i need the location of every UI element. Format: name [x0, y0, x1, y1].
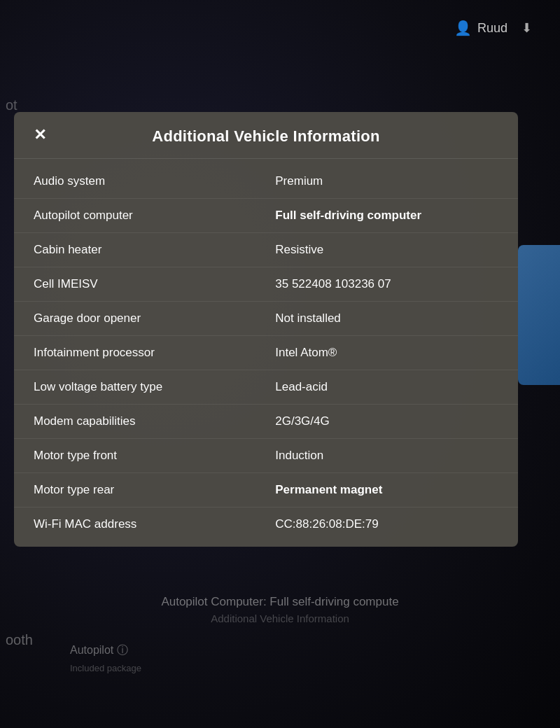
info-row: Low voltage battery typeLead-acid	[14, 370, 518, 405]
info-label: Motor type front	[34, 449, 275, 463]
info-value: Resistive	[275, 243, 498, 257]
info-value: Premium	[275, 174, 498, 188]
info-value: Induction	[275, 449, 498, 463]
info-value: 35 522408 103236 07	[275, 277, 498, 291]
user-info: 👤 Ruud ⬇	[454, 20, 532, 36]
user-icon: 👤	[454, 20, 472, 36]
username: Ruud	[477, 21, 507, 36]
info-row: Autopilot computerFull self-driving comp…	[14, 199, 518, 233]
info-value: Not installed	[275, 312, 498, 326]
modal-body: Audio systemPremiumAutopilot computerFul…	[14, 159, 518, 547]
info-row: Garage door openerNot installed	[14, 302, 518, 336]
info-row: Cabin heaterResistive	[14, 233, 518, 267]
info-row: Wi-Fi MAC addressCC:88:26:08:DE:79	[14, 507, 518, 541]
info-label: Low voltage battery type	[34, 380, 275, 394]
info-row: Audio systemPremium	[14, 164, 518, 199]
close-button[interactable]: ✕	[34, 127, 46, 143]
bg-label-booth: ooth	[0, 629, 38, 651]
blue-object	[518, 245, 560, 385]
download-icon: ⬇	[522, 20, 532, 36]
top-bar: 👤 Ruud ⬇	[0, 0, 560, 56]
bg-text-additional: Additional Vehicle Information	[0, 612, 560, 624]
info-label: Garage door opener	[34, 312, 275, 326]
info-row: Motor type rearPermanent magnet	[14, 473, 518, 507]
info-label: Motor type rear	[34, 483, 275, 497]
info-label: Autopilot computer	[34, 209, 275, 223]
info-value: Full self-driving computer	[275, 209, 498, 223]
info-value: Permanent magnet	[275, 483, 498, 497]
info-value: Lead-acid	[275, 380, 498, 394]
modal-dialog: ✕ Additional Vehicle Information Audio s…	[14, 112, 518, 547]
info-label: Infotainment processor	[34, 346, 275, 360]
info-value: Intel Atom®	[275, 346, 498, 360]
info-label: Cell IMEISV	[34, 277, 275, 291]
bg-text-included: Included package	[70, 663, 141, 673]
info-value: 2G/3G/4G	[275, 414, 498, 428]
modal-title: Additional Vehicle Information	[34, 127, 498, 146]
info-row: Infotainment processorIntel Atom®	[14, 336, 518, 370]
info-label: Wi-Fi MAC address	[34, 517, 275, 531]
info-row: Modem capabilities2G/3G/4G	[14, 405, 518, 439]
info-label: Modem capabilities	[34, 414, 275, 428]
info-row: Cell IMEISV35 522408 103236 07	[14, 267, 518, 302]
modal-header: ✕ Additional Vehicle Information	[14, 112, 518, 159]
info-label: Audio system	[34, 174, 275, 188]
bg-text-autopilot: Autopilot Computer: Full self-driving co…	[0, 595, 560, 609]
info-label: Cabin heater	[34, 243, 275, 257]
bg-text-autopilot2: Autopilot ⓘ	[70, 643, 128, 658]
info-value: CC:88:26:08:DE:79	[275, 517, 498, 531]
info-row: Motor type frontInduction	[14, 439, 518, 473]
